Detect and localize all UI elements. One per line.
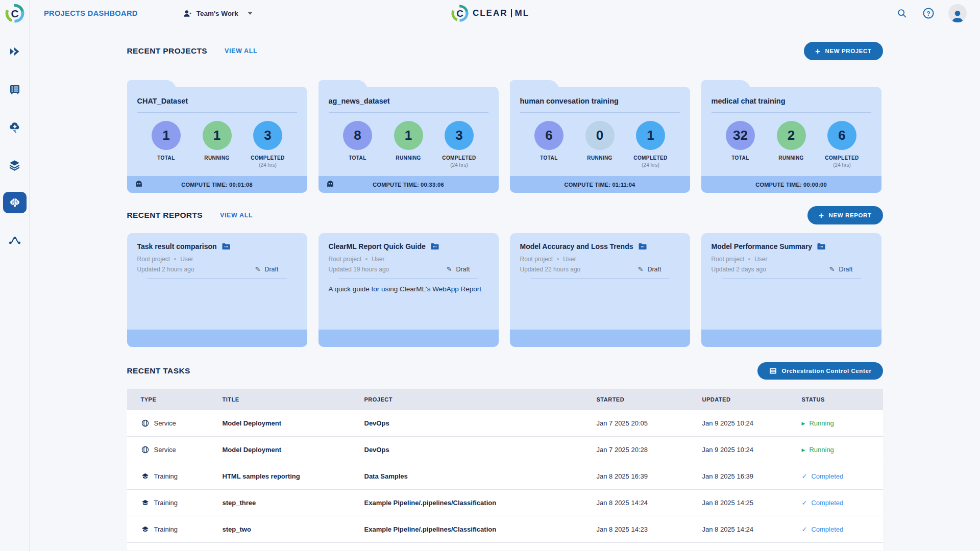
app-logo[interactable]: C — [0, 0, 30, 27]
task-started: Jan 8 2025 14:23 — [597, 525, 702, 533]
completed-count: 3 — [253, 121, 282, 150]
total-count: 6 — [534, 121, 564, 150]
dot-separator — [174, 258, 176, 260]
report-title: Model Accuracy and Loss Trends — [520, 242, 633, 251]
sidebar-item-pipelines[interactable] — [3, 230, 27, 251]
models-brain-icon — [8, 196, 21, 209]
report-footer-band — [127, 330, 307, 347]
reports-view-all-link[interactable]: VIEW ALL — [220, 212, 253, 219]
workspace-label: Team's Work — [197, 10, 238, 17]
plus-icon — [815, 47, 821, 56]
project-title: ag_news_dataset — [318, 87, 499, 112]
report-status: ✎Draft — [638, 265, 662, 273]
compute-time-bar: COMPUTE TIME: 00:01:08 — [127, 176, 307, 193]
task-title: step_three — [223, 499, 364, 507]
running-count: 1 — [203, 121, 232, 150]
workspace-icon — [183, 9, 192, 18]
report-updated: Updated 2 days ago — [712, 266, 766, 273]
compute-time-bar: COMPUTE TIME: 01:11:04 — [510, 176, 690, 193]
sidebar-item-models[interactable] — [3, 192, 27, 213]
project-card[interactable]: human convesation training 6TOTAL 0RUNNI… — [510, 87, 690, 193]
task-started: Jan 8 2025 16:39 — [597, 472, 702, 480]
task-updated: Jan 9 2025 10:24 — [702, 446, 802, 454]
pencil-icon: ✎ — [255, 265, 261, 273]
sidebar-item-queues[interactable] — [3, 79, 27, 100]
workers-icon — [8, 120, 21, 134]
table-row[interactable]: Training HTML samples reporting Data Sam… — [127, 463, 883, 490]
report-title: ClearML Report Quick Guide — [329, 242, 426, 251]
report-card[interactable]: Model Accuracy and Loss Trends Root proj… — [510, 233, 690, 347]
report-card[interactable]: ClearML Report Quick Guide Root projectU… — [318, 233, 499, 347]
task-project: Example Pipeline/.pipelines/Classificati… — [364, 499, 597, 507]
chevron-down-icon — [248, 12, 253, 15]
orchestration-control-center-button[interactable]: Orchestration Control Center — [757, 362, 883, 380]
report-description — [701, 279, 881, 285]
project-card[interactable]: CHAT_Dataset 1TOTAL 1RUNNING 3COMPLETED(… — [127, 87, 307, 193]
project-card[interactable]: medical chat training 32TOTAL 2RUNNING 6… — [701, 87, 881, 193]
projects-icon — [9, 45, 21, 58]
pipelines-icon — [8, 234, 21, 247]
search-icon[interactable] — [895, 7, 909, 20]
report-card[interactable]: Model Performance Summary Root projectUs… — [701, 233, 881, 347]
table-row[interactable]: Service Model Deployment DevOps Jan 7 20… — [127, 410, 883, 437]
status-badge: Running — [802, 419, 883, 427]
projects-view-all-link[interactable]: VIEW ALL — [225, 47, 257, 55]
task-started: Jan 7 2025 20:28 — [597, 446, 702, 454]
brand-ml: ML — [515, 8, 530, 18]
report-status: ✎Draft — [447, 265, 470, 273]
status-badge: Completed — [802, 472, 883, 480]
plus-icon — [819, 211, 824, 220]
recent-tasks-heading: RECENT TASKS — [127, 366, 190, 375]
report-status: ✎Draft — [255, 265, 279, 273]
report-folder-icon — [430, 242, 439, 251]
sidebar-item-datasets[interactable] — [3, 154, 27, 176]
report-folder-icon — [817, 242, 826, 251]
task-updated: Jan 8 2025 14:25 — [702, 499, 802, 507]
report-footer-band — [318, 330, 499, 347]
completed-count: 6 — [827, 121, 856, 150]
ghost-icon — [134, 179, 144, 189]
recent-reports-heading: RECENT REPORTS — [127, 211, 203, 220]
table-row[interactable]: Service Model Deployment DevOps Jan 7 20… — [127, 437, 883, 463]
pencil-icon: ✎ — [829, 265, 835, 273]
report-card[interactable]: Task result comparison Root projectUser … — [127, 233, 307, 347]
col-project: PROJECT — [364, 396, 597, 403]
report-description — [510, 279, 690, 285]
new-project-button[interactable]: NEW PROJECT — [804, 42, 883, 60]
report-cards-row: Task result comparison Root projectUser … — [127, 233, 883, 347]
status-badge: Completed — [802, 499, 883, 507]
workspace-selector[interactable]: Team's Work — [183, 9, 253, 18]
task-title: Model Deployment — [223, 419, 364, 427]
status-badge: Running — [802, 446, 883, 454]
training-type-icon — [141, 472, 150, 481]
task-started: Jan 7 2025 20:05 — [597, 419, 702, 427]
svg-text:C: C — [11, 8, 18, 19]
report-project: Root project — [520, 256, 553, 263]
col-type: TYPE — [141, 396, 223, 403]
sidebar-item-workers[interactable] — [3, 116, 27, 138]
task-project: DevOps — [364, 419, 597, 427]
sidebar-item-projects[interactable] — [3, 41, 27, 62]
top-bar: C CLEAR ML C PROJECTS DASHBOARD — [0, 0, 980, 27]
report-description — [127, 279, 307, 285]
avatar[interactable] — [948, 4, 967, 22]
total-count: 8 — [343, 121, 372, 150]
brand-clear: CLEAR — [473, 8, 508, 18]
task-project: Data Samples — [364, 472, 597, 480]
dot-separator — [365, 258, 368, 260]
project-card[interactable]: ag_news_dataset 8TOTAL 1RUNNING 3COMPLET… — [318, 87, 499, 193]
report-user: User — [372, 256, 384, 263]
help-icon[interactable]: ? — [922, 7, 935, 20]
new-report-button[interactable]: NEW REPORT — [807, 206, 883, 224]
report-project: Root project — [137, 256, 170, 263]
table-row[interactable]: Training step_three Example Pipeline/.pi… — [127, 490, 883, 516]
table-row[interactable]: Training step_two Example Pipeline/.pipe… — [127, 516, 883, 543]
col-status: STATUS — [802, 396, 883, 403]
col-updated: UPDATED — [702, 396, 802, 403]
report-folder-icon — [222, 242, 231, 251]
datasets-icon — [8, 159, 21, 171]
table-header-row: TYPE TITLE PROJECT STARTED UPDATED STATU… — [127, 389, 883, 410]
service-type-icon — [141, 419, 150, 428]
dot-separator — [557, 258, 559, 260]
project-cards-row: CHAT_Dataset 1TOTAL 1RUNNING 3COMPLETED(… — [127, 80, 883, 193]
